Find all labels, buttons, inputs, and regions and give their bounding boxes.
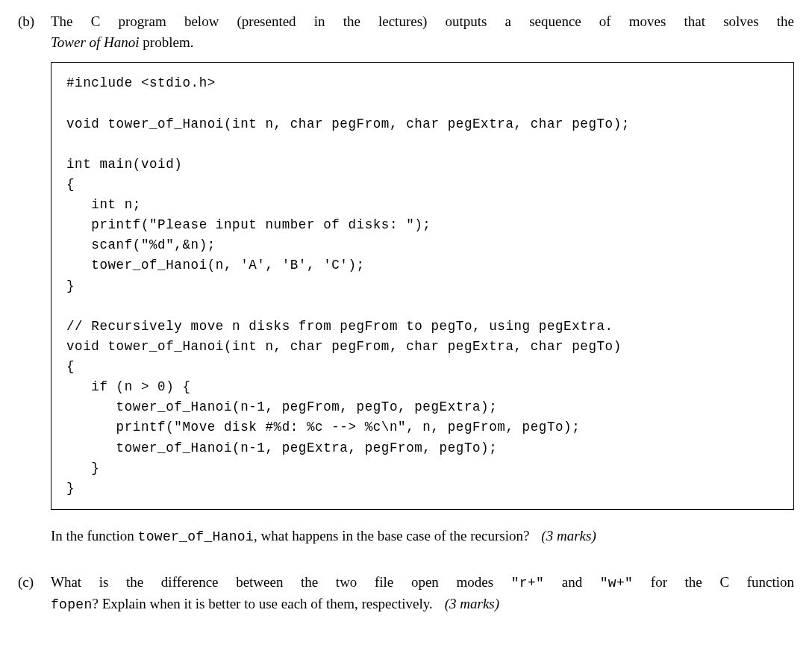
part-c-text-seg3: for the C function	[633, 574, 794, 590]
problem-name-italic: Tower of Hanoi	[51, 34, 140, 50]
inline-code-function-name: tower_of_Hanoi	[138, 529, 254, 544]
part-c-text-seg2: and	[544, 574, 600, 590]
part-c-label: (c)	[18, 573, 51, 614]
part-c-text-seg1: What is the difference between the two f…	[51, 574, 511, 590]
question-part-b: (b) The C program below (presented in th…	[18, 12, 794, 546]
inline-code-fopen: fopen	[51, 597, 93, 612]
question-text-suffix: , what happens in the base case of the r…	[254, 528, 529, 544]
marks-label: (3 marks)	[445, 596, 499, 611]
part-b-question: In the function tower_of_Hanoi, what hap…	[51, 526, 794, 546]
part-b-body: The C program below (presented in the le…	[51, 12, 794, 546]
part-c-line-1: What is the difference between the two f…	[51, 573, 794, 592]
inline-code-rplus: "r+"	[511, 576, 544, 591]
question-part-c: (c) What is the difference between the t…	[18, 573, 794, 614]
marks-label: (3 marks)	[541, 528, 596, 544]
part-b-intro-after: problem.	[140, 34, 194, 50]
part-c-text-line2: ? Explain when it is better to use each …	[93, 596, 433, 611]
part-b-label: (b)	[18, 12, 51, 546]
part-c-line-2: fopen? Explain when it is better to use …	[51, 594, 794, 614]
part-c-body: What is the difference between the two f…	[51, 573, 794, 614]
inline-code-wplus: "w+"	[600, 576, 633, 591]
part-b-intro-line-1: The C program below (presented in the le…	[51, 12, 794, 31]
question-text-prefix: In the function	[51, 528, 138, 544]
part-b-intro-line-2: Tower of Hanoi problem.	[51, 33, 794, 52]
code-listing: #include <stdio.h> void tower_of_Hanoi(i…	[51, 62, 794, 510]
